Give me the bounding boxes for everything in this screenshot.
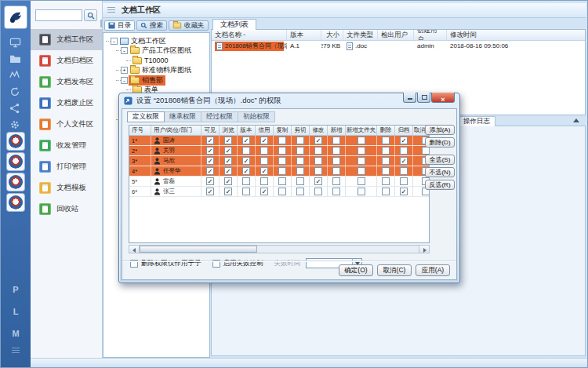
display-icon[interactable]: [9, 37, 22, 49]
permission-checkbox[interactable]: ✓: [206, 157, 214, 165]
permission-checkbox[interactable]: [296, 147, 304, 155]
permission-checkbox[interactable]: [260, 157, 268, 165]
permission-row-3[interactable]: 3*马欣✓✓✓✓: [129, 156, 429, 166]
permission-row-2[interactable]: 2*关羽✓✓: [129, 146, 429, 156]
permission-checkbox[interactable]: [382, 157, 390, 165]
permission-checkbox[interactable]: [260, 147, 268, 155]
permission-checkbox[interactable]: ✓: [206, 147, 214, 155]
sidebar-item-5[interactable]: 个人文件区: [31, 114, 102, 135]
permission-checkbox[interactable]: ✓: [224, 188, 232, 195]
column-header-5[interactable]: 检出用户: [378, 30, 414, 40]
tab-directory[interactable]: 目录: [104, 20, 135, 31]
close-icon[interactable]: ×: [431, 93, 455, 103]
permission-checkbox[interactable]: [242, 188, 250, 195]
tree-node-2[interactable]: -产品工作区图纸: [103, 46, 209, 56]
permission-checkbox[interactable]: [358, 177, 365, 185]
permission-checkbox[interactable]: ✓: [224, 167, 232, 175]
permission-checkbox[interactable]: [332, 157, 340, 165]
permission-checkbox[interactable]: [314, 147, 322, 155]
gear-icon[interactable]: [9, 119, 22, 132]
permission-checkbox[interactable]: [260, 177, 268, 185]
permission-checkbox[interactable]: [278, 177, 286, 185]
dialog-tab-2[interactable]: 继承权限: [165, 111, 201, 122]
tree-node-3[interactable]: T10000: [103, 56, 209, 66]
sidebar-item-3[interactable]: 文档发布区: [31, 71, 102, 93]
permission-checkbox[interactable]: [242, 147, 250, 155]
permission-row-1[interactable]: 1*国涛✓✓✓✓✓✓: [129, 136, 429, 146]
permission-checkbox[interactable]: [332, 147, 340, 155]
permission-checkbox[interactable]: ✓: [314, 177, 322, 185]
column-header-1[interactable]: 文档名称 -: [212, 30, 287, 40]
tab-document-list[interactable]: 文档列表: [212, 19, 256, 30]
column-header-4[interactable]: 文件类型: [343, 30, 378, 40]
permission-checkbox[interactable]: [358, 188, 365, 195]
ok-button[interactable]: 确定(O): [339, 264, 373, 276]
permission-checkbox[interactable]: [400, 147, 408, 155]
sidebar-item-4[interactable]: 文档废止区: [31, 93, 102, 114]
tree-node-1[interactable]: -文档工作区: [103, 36, 209, 46]
permission-checkbox[interactable]: ✓: [400, 188, 408, 195]
horizontal-scrollbar[interactable]: [129, 245, 430, 253]
permission-checkbox[interactable]: [242, 177, 250, 185]
tab-search[interactable]: 搜索: [136, 20, 167, 31]
tree-expand-toggle[interactable]: +: [121, 67, 128, 74]
search-input[interactable]: [35, 9, 82, 21]
panel-collapse-icon[interactable]: [573, 118, 579, 122]
permission-checkbox[interactable]: ✓: [224, 147, 232, 155]
share-icon[interactable]: [9, 103, 22, 115]
permission-checkbox[interactable]: [296, 177, 304, 185]
search-button[interactable]: [84, 9, 97, 21]
permission-checkbox[interactable]: ✓: [260, 188, 268, 195]
column-header-7[interactable]: 修改时间: [447, 30, 586, 40]
permission-checkbox[interactable]: ✓: [206, 137, 214, 144]
splitter-handle[interactable]: [100, 20, 102, 27]
select-all-button[interactable]: 全选(S): [425, 155, 455, 165]
permission-checkbox[interactable]: [382, 137, 390, 144]
sidebar-item-6[interactable]: 收发管理: [31, 135, 102, 156]
permission-checkbox[interactable]: ✓: [206, 177, 214, 185]
permission-checkbox[interactable]: [314, 157, 322, 165]
permission-checkbox[interactable]: [314, 188, 322, 195]
permission-checkbox[interactable]: [278, 137, 286, 144]
column-header-2[interactable]: 版本: [287, 30, 321, 40]
permission-checkbox[interactable]: [296, 157, 304, 165]
permission-checkbox[interactable]: ✓: [400, 137, 408, 144]
permission-checkbox[interactable]: [358, 157, 365, 165]
permission-checkbox[interactable]: [332, 177, 340, 185]
permission-checkbox[interactable]: ✓: [224, 177, 232, 185]
signal-icon[interactable]: [9, 70, 22, 82]
permission-checkbox[interactable]: [278, 167, 286, 175]
permission-checkbox[interactable]: [358, 147, 365, 155]
sync-icon[interactable]: [9, 86, 22, 99]
dialog-titlebar[interactable]: 设置 “201808销售合同（现场）.doc” 的权限 ×: [119, 93, 459, 108]
permission-checkbox[interactable]: [382, 167, 390, 175]
permission-checkbox[interactable]: ✓: [206, 188, 214, 195]
permission-row-6[interactable]: 6*张三✓✓✓✓: [129, 187, 429, 197]
permission-checkbox[interactable]: ✓: [242, 137, 250, 144]
tree-node-5[interactable]: -销售部: [103, 75, 209, 86]
permission-checkbox[interactable]: ✓: [400, 157, 408, 165]
apply-button[interactable]: 应用(A): [416, 264, 450, 276]
permission-checkbox[interactable]: [332, 188, 340, 195]
permission-checkbox[interactable]: ✓: [242, 167, 250, 175]
add-button[interactable]: 添加(A): [425, 125, 455, 135]
delete-button[interactable]: 删除(D): [425, 137, 455, 148]
tree-expand-toggle[interactable]: -: [121, 77, 128, 84]
permission-checkbox[interactable]: [278, 157, 286, 165]
cancel-button[interactable]: 取消(C): [377, 264, 412, 276]
tree-expand-toggle[interactable]: -: [111, 38, 118, 45]
folder-icon[interactable]: [9, 53, 22, 66]
scroll-right-icon[interactable]: [419, 246, 429, 253]
minimize-icon[interactable]: [403, 93, 416, 103]
permission-checkbox[interactable]: [296, 167, 304, 175]
permission-checkbox[interactable]: ✓: [206, 167, 214, 175]
sidebar-item-8[interactable]: 文档模板: [31, 177, 102, 199]
sidebar-item-2[interactable]: 文档归档区: [31, 50, 102, 71]
permission-checkbox[interactable]: ✓: [242, 157, 250, 165]
permission-row-5[interactable]: 5*雷磊✓✓✓: [129, 177, 429, 187]
tab-operation-log[interactable]: 操作日志: [458, 116, 495, 126]
permission-checkbox[interactable]: [382, 147, 390, 155]
app-logo[interactable]: [5, 6, 27, 28]
scrollbar-thumb[interactable]: [140, 246, 257, 253]
permission-checkbox[interactable]: [332, 137, 340, 144]
